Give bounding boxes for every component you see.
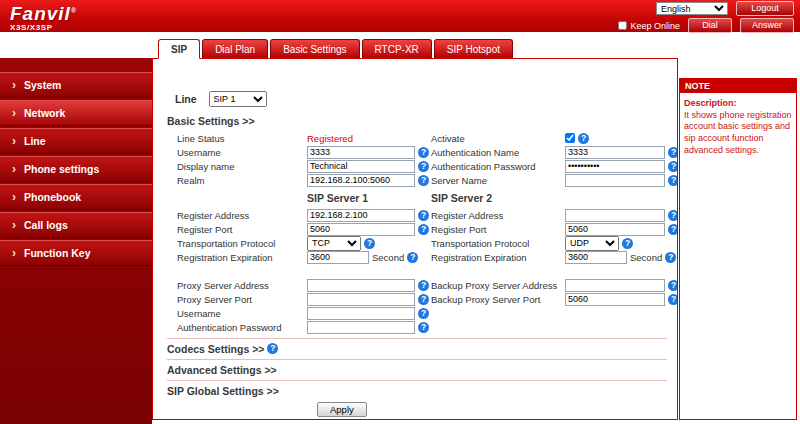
dial-button[interactable]: Dial	[688, 18, 732, 33]
apply-button[interactable]: Apply	[317, 402, 367, 417]
sidebar-item-label: System	[24, 79, 61, 91]
sidebar-item-call-logs[interactable]: ›Call logs	[0, 212, 152, 238]
display-name-input[interactable]	[307, 160, 415, 173]
tab-rtcp-xr[interactable]: RTCP-XR	[362, 39, 432, 58]
codecs-settings-heading[interactable]: Codecs Settings >>	[167, 343, 264, 355]
help-icon[interactable]: ?	[407, 252, 418, 263]
chevron-right-icon: ›	[12, 80, 16, 90]
chevron-right-icon: ›	[12, 248, 16, 258]
s1-transport-select[interactable]: TCP	[307, 236, 361, 251]
s1-register-address-label: Register Address	[167, 210, 307, 221]
content-column: SIP Dial Plan Basic Settings RTCP-XR SIP…	[152, 32, 678, 424]
proxy-username-input[interactable]	[307, 307, 415, 320]
server-name-label: Server Name	[431, 175, 565, 186]
s2-register-port-input[interactable]	[565, 223, 665, 236]
help-icon[interactable]: ?	[665, 252, 676, 263]
sidebar-item-function-key[interactable]: ›Function Key	[0, 240, 152, 266]
activate-label: Activate	[431, 133, 565, 144]
sidebar-item-phone-settings[interactable]: ›Phone settings	[0, 156, 152, 182]
sidebar-item-line[interactable]: ›Line	[0, 128, 152, 154]
proxy-password-label: Authentication Password	[167, 322, 307, 333]
s2-expiration-unit: Second	[630, 252, 662, 263]
chevron-right-icon: ›	[12, 136, 16, 146]
s1-expiration-input[interactable]	[307, 251, 369, 264]
tab-sip[interactable]: SIP	[158, 39, 200, 59]
help-icon[interactable]: ?	[668, 147, 678, 158]
keep-online-checkbox[interactable]	[618, 21, 627, 30]
sidebar-item-label: Phonebook	[24, 191, 81, 203]
auth-password-input[interactable]	[565, 160, 665, 173]
help-icon[interactable]: ?	[267, 343, 278, 354]
proxy-port-label: Proxy Server Port	[167, 294, 307, 305]
divider	[167, 380, 667, 381]
header-controls: English Logout Keep Online Dial Answer	[618, 0, 800, 32]
language-select[interactable]: English	[656, 2, 728, 15]
tab-sip-hotspot[interactable]: SIP Hotspot	[434, 39, 513, 58]
basic-settings-heading[interactable]: Basic Settings >>	[167, 115, 677, 127]
backup-proxy-port-input[interactable]	[565, 293, 665, 306]
proxy-password-input[interactable]	[307, 321, 415, 334]
form-row-proxy-port: Proxy Server Port ? Backup Proxy Server …	[167, 292, 677, 306]
help-icon[interactable]: ?	[668, 294, 678, 305]
sidebar-item-system[interactable]: ›System	[0, 72, 152, 98]
form-row-proxy-password: Authentication Password ?	[167, 320, 677, 334]
sidebar-item-phonebook[interactable]: ›Phonebook	[0, 184, 152, 210]
realm-input[interactable]	[307, 174, 415, 187]
sidebar: ›System ›Network ›Line ›Phone settings ›…	[0, 58, 152, 424]
display-name-label: Display name	[167, 161, 307, 172]
help-icon[interactable]: ?	[418, 224, 429, 235]
answer-button[interactable]: Answer	[740, 18, 794, 33]
s2-transport-label: Transportation Protocol	[431, 238, 565, 249]
form-row-register-address: Register Address ? Register Address ?	[167, 208, 677, 222]
auth-name-label: Authentication Name	[431, 147, 565, 158]
username-input[interactable]	[307, 146, 415, 159]
help-icon[interactable]: ?	[418, 322, 429, 333]
s2-register-address-input[interactable]	[565, 209, 665, 222]
sip-server-1-heading: SIP Server 1	[307, 192, 431, 204]
help-icon[interactable]: ?	[418, 175, 429, 186]
activate-checkbox[interactable]	[565, 133, 575, 143]
help-icon[interactable]: ?	[418, 308, 429, 319]
help-icon[interactable]: ?	[418, 280, 429, 291]
form-row-username-authname: Username ? Authentication Name ?	[167, 145, 677, 159]
help-icon[interactable]: ?	[418, 294, 429, 305]
help-icon[interactable]: ?	[668, 175, 678, 186]
backup-proxy-address-input[interactable]	[565, 279, 665, 292]
help-icon[interactable]: ?	[578, 133, 589, 144]
help-icon[interactable]: ?	[364, 238, 375, 249]
help-icon[interactable]: ?	[418, 161, 429, 172]
tab-basic-settings[interactable]: Basic Settings	[270, 39, 359, 58]
chevron-right-icon: ›	[12, 192, 16, 202]
main-panel: Line SIP 1 Basic Settings >> Line Status…	[152, 58, 678, 420]
s2-register-address-label: Register Address	[431, 210, 565, 221]
auth-name-input[interactable]	[565, 146, 665, 159]
proxy-address-input[interactable]	[307, 279, 415, 292]
tab-dial-plan[interactable]: Dial Plan	[202, 39, 268, 58]
help-icon[interactable]: ?	[668, 280, 678, 291]
advanced-settings-heading[interactable]: Advanced Settings >>	[167, 364, 277, 376]
help-icon[interactable]: ?	[418, 210, 429, 221]
sip-global-settings-heading[interactable]: SIP Global Settings >>	[167, 385, 279, 397]
help-icon[interactable]: ?	[622, 238, 633, 249]
s1-expiration-unit: Second	[372, 252, 404, 263]
divider	[167, 359, 667, 360]
help-icon[interactable]: ?	[668, 161, 678, 172]
help-icon[interactable]: ?	[418, 147, 429, 158]
s2-register-port-label: Register Port	[431, 224, 565, 235]
s1-register-port-input[interactable]	[307, 223, 415, 236]
help-icon[interactable]: ?	[668, 224, 678, 235]
help-icon[interactable]: ?	[668, 210, 678, 221]
proxy-port-input[interactable]	[307, 293, 415, 306]
server-name-input[interactable]	[565, 174, 665, 187]
sip-server-2-heading: SIP Server 2	[431, 192, 555, 204]
s1-register-address-input[interactable]	[307, 209, 415, 222]
logout-button[interactable]: Logout	[736, 1, 794, 16]
s2-expiration-input[interactable]	[565, 251, 627, 264]
sidebar-item-label: Phone settings	[24, 163, 99, 175]
s2-transport-select[interactable]: UDP	[565, 236, 619, 251]
line-select[interactable]: SIP 1	[209, 91, 267, 107]
model-label: X3S/X3SP	[10, 23, 77, 32]
s1-expiration-label: Registration Expiration	[167, 252, 307, 263]
form-row-register-port: Register Port ? Register Port ?	[167, 222, 677, 236]
sidebar-item-network[interactable]: ›Network	[0, 100, 152, 126]
